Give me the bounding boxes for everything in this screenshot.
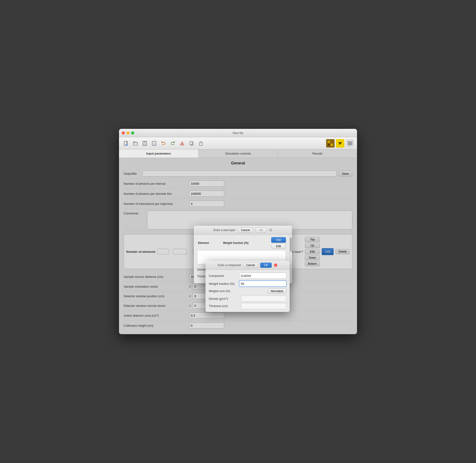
compound-name-row: Compound xyxy=(209,273,286,279)
compound-thickness-fields: Thickness (cm) xyxy=(209,303,286,309)
layer-dialog-col-labels: Element Weight fraction (%) xyxy=(197,241,248,245)
open-file-button[interactable] xyxy=(131,139,140,148)
layer-dialog-table-header: Element Weight fraction (%) Add Edit xyxy=(197,237,286,249)
copy-button[interactable] xyxy=(187,139,196,148)
compound-dialog-title: Enter a compound xyxy=(218,264,241,267)
thickness-compound-label: Thickness (cm) xyxy=(209,304,239,308)
traffic-lights xyxy=(122,131,134,134)
svg-point-24 xyxy=(350,143,351,144)
svg-point-8 xyxy=(180,144,182,145)
svg-rect-7 xyxy=(152,141,156,145)
layer-dialog-titlebar: Enter a new layer Cancel Ok xyxy=(194,226,292,235)
new-file-button[interactable]: + xyxy=(122,139,130,148)
settings-button[interactable] xyxy=(346,139,354,148)
density-compound-label: Density (g/cm3) xyxy=(209,297,239,301)
close-button[interactable] xyxy=(122,131,125,134)
undo-button[interactable] xyxy=(159,139,168,148)
svg-rect-11 xyxy=(190,142,192,145)
compound-weight-row: Weight fraction (%) xyxy=(209,281,286,287)
compound-cancel-button[interactable]: Cancel xyxy=(243,263,258,268)
tab-simulation-controls[interactable]: Simulation controls xyxy=(198,149,278,158)
radiation-button[interactable] xyxy=(336,139,344,148)
element-col-label: Element xyxy=(198,241,209,245)
tab-input-parameters[interactable]: Input parameters xyxy=(119,149,198,158)
weight-col-label: Weight fraction (%) xyxy=(223,241,248,245)
compound-normalize-row: Weights sum (%) Normalize xyxy=(209,289,286,294)
titlebar: New file xyxy=(119,129,357,137)
layer-add-button[interactable]: Add xyxy=(271,237,286,243)
svg-text:+: + xyxy=(126,144,127,146)
layer-dialog-title: Enter a new layer xyxy=(213,228,235,232)
normalize-button[interactable]: Normalize xyxy=(268,289,286,294)
minimize-button[interactable] xyxy=(126,131,130,134)
tab-results[interactable]: Results xyxy=(278,149,357,158)
toolbar: + xyxy=(119,137,357,149)
thickness-compound-input[interactable] xyxy=(241,303,286,309)
cut-button[interactable] xyxy=(178,139,186,148)
window-title: New file xyxy=(233,131,243,135)
svg-rect-14 xyxy=(200,142,202,143)
compound-weight-input[interactable] xyxy=(239,281,286,287)
tab-bar: Input parameters Simulation controls Res… xyxy=(119,149,357,158)
compound-name-input[interactable] xyxy=(239,273,286,279)
save-button[interactable] xyxy=(141,139,149,148)
svg-point-19 xyxy=(339,143,341,144)
enter-compound-dialog: Enter a compound Cancel Ok Compound Weig… xyxy=(205,261,290,312)
svg-rect-5 xyxy=(143,141,146,143)
materials-button[interactable] xyxy=(326,139,335,148)
density-compound-input[interactable] xyxy=(241,295,286,302)
weights-sum-label: Weights sum (%) xyxy=(209,289,230,293)
compound-dialog-body: Compound Weight fraction (%) Weights sum… xyxy=(205,270,290,312)
svg-rect-15 xyxy=(328,141,330,143)
redo-button[interactable] xyxy=(168,139,177,148)
svg-rect-3 xyxy=(133,142,137,145)
svg-point-9 xyxy=(182,144,184,145)
main-content: General Outputfile Save Number of photon… xyxy=(119,158,357,334)
svg-rect-6 xyxy=(144,144,146,145)
compound-dialog-titlebar: Enter a compound Cancel Ok xyxy=(205,261,290,270)
maximize-button[interactable] xyxy=(131,131,134,134)
compound-ok-button[interactable]: Ok xyxy=(260,263,272,268)
main-window: New file + xyxy=(119,129,357,334)
svg-rect-18 xyxy=(331,143,333,146)
svg-point-25 xyxy=(349,144,350,145)
layer-edit-button[interactable]: Edit xyxy=(271,244,286,249)
scrollbar-thumb xyxy=(290,238,292,252)
compound-extra-fields: Density (g/cm3) xyxy=(209,295,286,302)
layer-dialog-action-btns: Add Edit xyxy=(271,237,286,249)
svg-rect-17 xyxy=(328,143,330,146)
layer-dialog-dot xyxy=(269,228,272,232)
compound-weight-label: Weight fraction (%) xyxy=(209,282,239,285)
paste-button[interactable] xyxy=(197,139,205,148)
svg-rect-16 xyxy=(331,141,333,143)
save-as-button[interactable] xyxy=(150,139,158,148)
compound-dialog-close[interactable] xyxy=(274,264,277,267)
svg-point-23 xyxy=(348,141,350,142)
layer-dialog-ok-button[interactable]: Ok xyxy=(256,228,266,233)
layer-dialog-cancel-button[interactable]: Cancel xyxy=(238,228,253,233)
compound-name-label: Compound xyxy=(209,274,239,277)
